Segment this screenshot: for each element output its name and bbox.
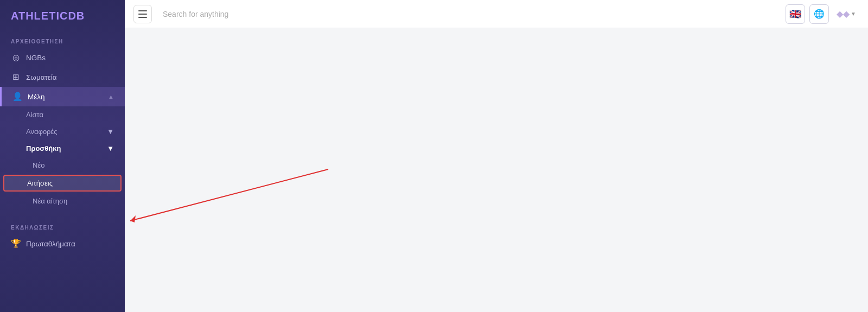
sidebar-sub-add[interactable]: Προσθήκη ▼ xyxy=(0,140,125,157)
topbar: Search for anything 🇬🇧 🌐 ◆◆ ▼ xyxy=(125,0,868,28)
globe-button[interactable]: 🌐 xyxy=(809,4,829,24)
search-placeholder-text: Search for anything xyxy=(163,10,228,18)
sidebar-item-ngbs[interactable]: ◎ NGBs xyxy=(0,48,125,67)
section-label-archive: ΑΡΧΕΙΟΘΕΤΗΣΗ xyxy=(0,30,125,48)
diamonds-chevron-icon: ▼ xyxy=(851,11,856,17)
menu-button[interactable] xyxy=(133,5,152,23)
sidebar-sub-applications-label: Αιτήσεις xyxy=(27,179,53,187)
main-content xyxy=(125,28,868,312)
sidebar-sub-reports-label: Αναφορές xyxy=(26,128,58,136)
diamonds-button[interactable]: ◆◆ ▼ xyxy=(833,7,859,21)
sidebar-sub-new-application[interactable]: Νέα αίτηση xyxy=(0,193,125,209)
flag-icon: 🇬🇧 xyxy=(789,8,801,20)
logo: ATHLETICDB xyxy=(0,0,125,30)
section-label-events: ΕΚΔΗΛΩΣΕΙΣ xyxy=(0,216,125,234)
svg-line-0 xyxy=(130,169,328,221)
sidebar-sub-add-label: Προσθήκη xyxy=(26,144,61,152)
sidebar-item-championships[interactable]: 🏆 Πρωταθλήματα xyxy=(0,234,125,253)
language-button[interactable]: 🇬🇧 xyxy=(786,4,805,24)
sidebar-item-members[interactable]: 👤 Μέλη ▲ xyxy=(0,87,125,106)
ngbs-icon: ◎ xyxy=(11,53,21,62)
sidebar-sub-new[interactable]: Νέο xyxy=(0,157,125,174)
sidebar-sub-list-label: Λίστα xyxy=(26,111,43,119)
sidebar-sub-reports[interactable]: Αναφορές ▼ xyxy=(0,123,125,140)
sidebar-item-members-label: Μέλη xyxy=(28,93,45,101)
sidebar-item-clubs-label: Σωματεία xyxy=(26,73,57,81)
hamburger-icon xyxy=(138,10,147,18)
sidebar-sub-applications[interactable]: Αιτήσεις xyxy=(3,175,122,192)
logo-db: DB xyxy=(68,10,85,22)
diamonds-icon: ◆◆ xyxy=(837,9,850,19)
chevron-down-reports-icon: ▼ xyxy=(107,128,114,136)
sidebar-item-clubs[interactable]: ⊞ Σωματεία xyxy=(0,67,125,87)
championships-icon: 🏆 xyxy=(11,239,21,249)
topbar-right: 🇬🇧 🌐 ◆◆ ▼ xyxy=(786,4,859,24)
logo-athletic: ATHLETIC xyxy=(11,10,68,22)
annotation-arrow xyxy=(125,28,868,312)
sidebar-item-championships-label: Πρωταθλήματα xyxy=(26,240,75,248)
sidebar-item-ngbs-label: NGBs xyxy=(26,54,46,62)
sidebar-sub-list[interactable]: Λίστα xyxy=(0,106,125,123)
chevron-down-add-icon: ▼ xyxy=(107,144,114,152)
search-area: Search for anything xyxy=(158,10,779,18)
clubs-icon: ⊞ xyxy=(11,72,21,82)
main-area: Search for anything 🇬🇧 🌐 ◆◆ ▼ xyxy=(125,0,868,312)
members-icon: 👤 xyxy=(12,92,22,101)
svg-marker-1 xyxy=(130,215,136,222)
sidebar: ATHLETICDB ΑΡΧΕΙΟΘΕΤΗΣΗ ◎ NGBs ⊞ Σωματεί… xyxy=(0,0,125,312)
chevron-up-icon: ▲ xyxy=(108,93,114,100)
globe-icon: 🌐 xyxy=(814,9,825,19)
sidebar-sub-new-label: Νέο xyxy=(33,161,44,169)
sidebar-sub-new-application-label: Νέα αίτηση xyxy=(33,197,67,205)
